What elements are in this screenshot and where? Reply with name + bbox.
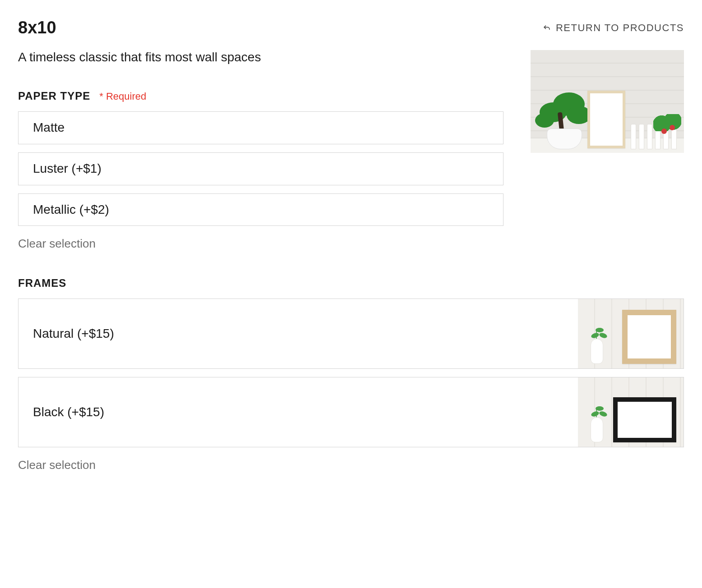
page-header: 8x10 RETURN TO PRODUCTS	[18, 18, 684, 37]
frame-option-label: Black (+$15)	[18, 396, 119, 428]
frame-option-black[interactable]: Black (+$15)	[18, 377, 684, 447]
paper-clear-selection[interactable]: Clear selection	[18, 237, 96, 251]
frame-option-label: Natural (+$15)	[18, 318, 129, 350]
product-image	[531, 50, 684, 153]
return-link-label: RETURN TO PRODUCTS	[556, 22, 684, 34]
frame-option-list: Natural (+$15) Black (+$15)	[18, 299, 684, 447]
paper-option-list: Matte Luster (+$1) Metallic (+$2)	[18, 111, 503, 226]
frames-section: FRAMES Natural (+$15) Black (+$15)	[18, 277, 684, 472]
paper-type-section: PAPER TYPE * Required Matte Luster (+$1)…	[18, 90, 503, 251]
paper-option-luster[interactable]: Luster (+$1)	[18, 152, 503, 185]
frame-option-natural[interactable]: Natural (+$15)	[18, 299, 684, 369]
page-title: 8x10	[18, 18, 56, 37]
paper-option-metallic[interactable]: Metallic (+$2)	[18, 193, 503, 226]
return-to-products-link[interactable]: RETURN TO PRODUCTS	[542, 22, 684, 34]
paper-option-matte[interactable]: Matte	[18, 111, 503, 144]
undo-icon	[542, 23, 551, 32]
product-subtitle: A timeless classic that fits most wall s…	[18, 50, 503, 64]
required-indicator: * Required	[99, 91, 146, 102]
frames-clear-selection[interactable]: Clear selection	[18, 458, 96, 472]
frame-thumbnail-natural	[578, 299, 684, 368]
frame-thumbnail-black	[578, 377, 684, 447]
frames-label: FRAMES	[18, 277, 66, 289]
paper-type-label: PAPER TYPE	[18, 90, 90, 102]
